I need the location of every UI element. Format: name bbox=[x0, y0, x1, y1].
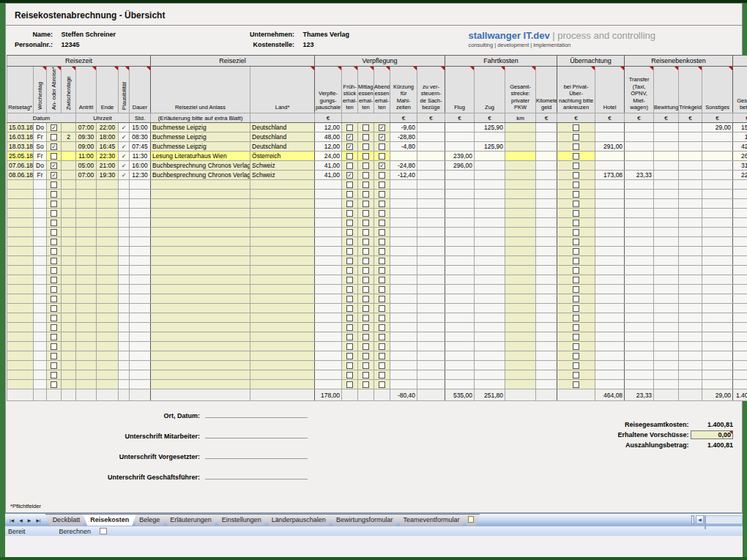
cell-sachbezuege[interactable] bbox=[417, 294, 445, 304]
cell-plausibilitaet[interactable] bbox=[119, 199, 130, 209]
cell-trinkgeld[interactable] bbox=[679, 237, 702, 247]
cell-zug[interactable] bbox=[475, 228, 505, 237]
cell-verpflegungspauschale[interactable] bbox=[315, 237, 342, 247]
an-ab-reise-checkbox[interactable] bbox=[51, 334, 57, 340]
cell-land[interactable] bbox=[250, 294, 315, 304]
abendessen-checkbox[interactable] bbox=[379, 353, 385, 359]
cell-flug[interactable] bbox=[445, 285, 475, 294]
cell-ende[interactable] bbox=[97, 218, 119, 228]
cell-abendessen[interactable] bbox=[374, 171, 390, 180]
cell-hotel[interactable] bbox=[595, 361, 625, 370]
cell-kuerzung[interactable] bbox=[390, 294, 417, 304]
mittagessen-checkbox[interactable] bbox=[363, 315, 369, 321]
cell-verpflegungspauschale[interactable] bbox=[315, 332, 342, 342]
cell-sachbezuege[interactable] bbox=[417, 304, 445, 313]
cell-gesamtbetrag[interactable] bbox=[733, 304, 747, 313]
cell-flug[interactable] bbox=[445, 218, 475, 228]
cell-wochentag[interactable] bbox=[34, 209, 47, 218]
cell-land[interactable] bbox=[250, 209, 315, 218]
cell-dauer[interactable]: 12:30 bbox=[130, 171, 151, 180]
privat-uebernachtung-checkbox[interactable] bbox=[573, 353, 579, 359]
cell-transfer[interactable] bbox=[625, 275, 654, 285]
cell-zwischentage[interactable] bbox=[62, 313, 76, 323]
cell-reiseziel[interactable] bbox=[151, 190, 250, 199]
cell-trinkgeld[interactable] bbox=[679, 190, 702, 199]
cell-flug[interactable] bbox=[445, 332, 475, 342]
cell-reisetag[interactable] bbox=[7, 361, 34, 370]
cell-bewirtung[interactable] bbox=[654, 142, 679, 152]
fruehstueck-checkbox[interactable] bbox=[346, 334, 353, 340]
privat-uebernachtung-checkbox[interactable] bbox=[573, 296, 579, 302]
cell-antritt[interactable] bbox=[76, 351, 97, 361]
cell-plausibilitaet[interactable] bbox=[119, 351, 130, 361]
cell-gesamtbetrag[interactable] bbox=[733, 285, 747, 294]
cell-zug[interactable] bbox=[475, 323, 505, 332]
cell-kuerzung[interactable] bbox=[390, 323, 417, 332]
cell-land[interactable]: Deutschland bbox=[250, 132, 315, 142]
cell-plausibilitaet[interactable] bbox=[119, 237, 130, 247]
cell-plausibilitaet[interactable] bbox=[119, 275, 130, 285]
an-ab-reise-checkbox[interactable]: ✓ bbox=[51, 124, 57, 131]
cell-flug[interactable] bbox=[445, 209, 475, 218]
cell-flug[interactable] bbox=[445, 275, 475, 285]
cell-zwischentage[interactable]: 2 bbox=[62, 132, 76, 142]
cell-sachbezuege[interactable] bbox=[417, 351, 445, 361]
cell-verpflegungspauschale[interactable] bbox=[315, 180, 342, 190]
cell-antritt[interactable] bbox=[76, 256, 97, 266]
cell-verpflegungspauschale[interactable] bbox=[315, 190, 342, 199]
cell-hotel[interactable] bbox=[595, 323, 625, 332]
cell-reiseziel[interactable] bbox=[151, 323, 250, 332]
cell-kuerzung[interactable] bbox=[390, 351, 417, 361]
cell-trinkgeld[interactable] bbox=[679, 304, 702, 313]
cell-mittagessen[interactable] bbox=[358, 123, 374, 132]
cell-fruehstueck[interactable] bbox=[342, 209, 358, 218]
cell-zwischentage[interactable] bbox=[62, 294, 76, 304]
cell-an-ab-reise[interactable] bbox=[47, 209, 62, 218]
fruehstueck-checkbox[interactable] bbox=[346, 191, 353, 198]
cell-bewirtung[interactable] bbox=[654, 190, 679, 199]
cell-verpflegungspauschale[interactable] bbox=[315, 370, 342, 380]
cell-plausibilitaet[interactable] bbox=[119, 266, 130, 275]
cell-reiseziel[interactable]: Buchmesse Leipzig bbox=[151, 123, 250, 132]
cell-sonstiges[interactable] bbox=[702, 323, 733, 332]
cell-reiseziel[interactable] bbox=[151, 218, 250, 228]
cell-kilometergeld[interactable] bbox=[536, 266, 557, 275]
cell-reisetag[interactable]: 25.05.18 bbox=[7, 152, 34, 161]
cell-ende[interactable] bbox=[97, 342, 119, 351]
abendessen-checkbox[interactable] bbox=[379, 182, 385, 188]
cell-kuerzung[interactable] bbox=[390, 218, 417, 228]
tab-insert-sheet[interactable] bbox=[462, 514, 480, 526]
cell-transfer[interactable] bbox=[625, 294, 654, 304]
cell-verpflegungspauschale[interactable] bbox=[315, 218, 342, 228]
fruehstueck-checkbox[interactable]: ✓ bbox=[346, 134, 353, 141]
cell-sachbezuege[interactable] bbox=[417, 152, 445, 161]
fruehstueck-checkbox[interactable] bbox=[346, 182, 353, 188]
privat-uebernachtung-checkbox[interactable] bbox=[573, 163, 579, 169]
cell-wochentag[interactable] bbox=[34, 380, 47, 389]
total-flug[interactable]: 535,00 bbox=[445, 389, 475, 401]
cell-ende[interactable] bbox=[97, 304, 119, 313]
cell-kilometergeld[interactable] bbox=[536, 256, 557, 266]
cell-verpflegungspauschale[interactable] bbox=[315, 285, 342, 294]
cell-gesamtbetrag[interactable] bbox=[733, 342, 747, 351]
privat-uebernachtung-checkbox[interactable] bbox=[573, 248, 579, 255]
cell-zug[interactable] bbox=[475, 332, 505, 342]
mittagessen-checkbox[interactable] bbox=[363, 210, 369, 217]
cell-fruehstueck[interactable] bbox=[342, 228, 358, 237]
cell-pkw-strecke[interactable] bbox=[505, 285, 536, 294]
cell-abendessen[interactable] bbox=[374, 152, 390, 161]
cell-sonstiges[interactable] bbox=[702, 161, 733, 171]
abendessen-checkbox[interactable] bbox=[379, 277, 385, 283]
cell-gesamtbetrag[interactable] bbox=[733, 361, 747, 370]
cell-plausibilitaet[interactable] bbox=[119, 209, 130, 218]
cell-sonstiges[interactable] bbox=[702, 180, 733, 190]
cell-dauer[interactable]: 07:45 bbox=[130, 142, 151, 152]
cell-mittagessen[interactable] bbox=[358, 313, 374, 323]
cell-pkw-strecke[interactable] bbox=[505, 209, 536, 218]
cell-gesamtbetrag[interactable]: 225,01 bbox=[733, 171, 747, 180]
cell-sachbezuege[interactable] bbox=[417, 266, 445, 275]
cell-reisetag[interactable] bbox=[7, 190, 34, 199]
cell-verpflegungspauschale[interactable] bbox=[315, 361, 342, 370]
total-reiseziel[interactable] bbox=[151, 389, 250, 401]
cell-pkw-strecke[interactable] bbox=[505, 199, 536, 209]
